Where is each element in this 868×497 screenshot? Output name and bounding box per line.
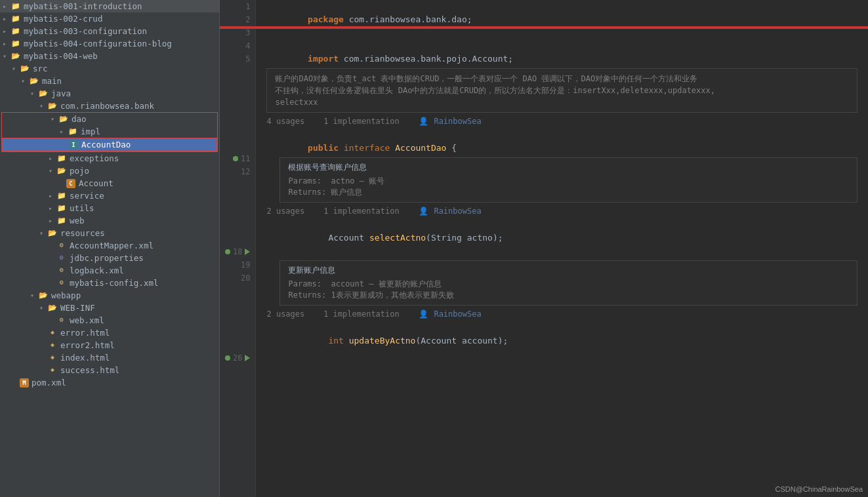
method1-doc-title: 根据账号查询账户信息 bbox=[288, 162, 849, 173]
html-icon bbox=[47, 341, 58, 350]
sidebar-item-service[interactable]: service bbox=[0, 189, 219, 202]
sidebar-item-success-html[interactable]: success.html bbox=[0, 364, 219, 376]
sidebar-item-accountdao[interactable]: I AccountDao bbox=[2, 138, 217, 151]
sidebar-item-label: WEB-INF bbox=[60, 303, 95, 313]
code-line-20 bbox=[266, 245, 858, 258]
folder-icon bbox=[56, 204, 67, 213]
sidebar-item-label: jdbc.properties bbox=[70, 253, 144, 263]
tree-arrow bbox=[49, 192, 56, 199]
line-3: 3 bbox=[225, 26, 250, 39]
sidebar-item-utils[interactable]: utils bbox=[0, 202, 219, 214]
sidebar-item-label: dao bbox=[72, 114, 87, 124]
sidebar-item-label: success.html bbox=[60, 365, 119, 375]
code-line-11: public interface AccountDao { bbox=[266, 129, 858, 142]
sidebar-item-exceptions[interactable]: exceptions bbox=[0, 152, 219, 165]
sidebar-item-resources[interactable]: resources bbox=[0, 227, 219, 239]
code-line-3 bbox=[266, 26, 858, 39]
method1-doc-returns: Returns: 账户信息 bbox=[288, 187, 849, 198]
sidebar-item-mybatis-003[interactable]: mybatis-003-configuration bbox=[0, 25, 219, 37]
sidebar-item-label: impl bbox=[81, 127, 100, 136]
interface-icon: I bbox=[68, 140, 79, 149]
xml-icon bbox=[56, 316, 67, 325]
usages-count-3: 2 usages 1 implementation bbox=[266, 307, 413, 321]
sidebar-item-java[interactable]: java bbox=[0, 87, 219, 100]
sidebar-item-webapp[interactable]: webapp bbox=[0, 289, 219, 302]
tree-arrow bbox=[12, 65, 20, 72]
folder-open-icon bbox=[38, 89, 49, 98]
sidebar-item-web-inf[interactable]: WEB-INF bbox=[0, 302, 219, 314]
sidebar-item-mybatis-002[interactable]: mybatis-002-crud bbox=[0, 12, 219, 25]
tree-arrow bbox=[30, 90, 38, 97]
sidebar-item-label: web bbox=[70, 216, 85, 226]
folder-open-icon bbox=[58, 115, 69, 124]
sidebar-item-src[interactable]: src bbox=[0, 62, 219, 75]
sidebar-item-mybatis-001[interactable]: mybatis-001-introduction bbox=[0, 0, 219, 12]
sidebar-item-web[interactable]: web bbox=[0, 214, 219, 227]
sidebar-item-pom-xml[interactable]: M pom.xml bbox=[0, 376, 219, 389]
sidebar-item-label: resources bbox=[60, 228, 105, 238]
method1-doc-params: Params: actno – 账号 bbox=[288, 176, 849, 187]
sidebar-item-web-xml[interactable]: web.xml bbox=[0, 314, 219, 327]
code-line-26: int updateByActno(Account account); bbox=[266, 321, 858, 334]
watermark: CSDN@ChinaRainbowSea bbox=[775, 485, 863, 493]
code-text[interactable]: package com.rianbowsea.bank.dao; import … bbox=[256, 0, 868, 497]
sidebar-item-label: java bbox=[51, 89, 71, 98]
properties-icon bbox=[56, 254, 67, 263]
file-tree[interactable]: mybatis-001-introduction mybatis-002-cru… bbox=[0, 0, 220, 497]
folder-open-icon bbox=[47, 304, 58, 313]
sidebar-item-label: mybatis-001-introduction bbox=[24, 1, 142, 11]
sidebar-item-error2-html[interactable]: error2.html bbox=[0, 339, 219, 351]
sidebar-item-label: AccountMapper.xml bbox=[70, 241, 154, 250]
user-icon-3: 👤 bbox=[419, 307, 428, 321]
sidebar-item-label: mybatis-004-web bbox=[24, 51, 98, 61]
tree-arrow bbox=[21, 77, 29, 85]
sidebar-item-accountmapper-xml[interactable]: AccountMapper.xml bbox=[0, 239, 219, 252]
tree-arrow bbox=[51, 115, 58, 123]
sidebar-item-label: Account bbox=[79, 178, 114, 188]
usages-count-2: 2 usages 1 implementation bbox=[266, 204, 413, 218]
tree-arrow bbox=[49, 155, 56, 162]
sidebar-item-dao[interactable]: dao bbox=[2, 113, 217, 125]
line-20: 20 bbox=[225, 271, 250, 285]
tree-arrow bbox=[60, 128, 68, 135]
sidebar-item-mybatis-004-web[interactable]: mybatis-004-web bbox=[0, 50, 219, 62]
folder-icon bbox=[10, 39, 21, 49]
usages-line-1: 4 usages 1 implementation 👤 RainbowSea bbox=[266, 114, 858, 129]
sidebar-item-label: error2.html bbox=[60, 340, 115, 350]
tree-arrow bbox=[3, 15, 10, 22]
sidebar-item-main[interactable]: main bbox=[0, 75, 219, 87]
sidebar-item-jdbc-properties[interactable]: jdbc.properties bbox=[0, 252, 219, 264]
folder-open-icon bbox=[10, 52, 21, 61]
tree-arrow bbox=[3, 40, 10, 47]
sidebar-item-label: utils bbox=[70, 203, 94, 213]
sidebar-item-pojo[interactable]: pojo bbox=[0, 165, 219, 177]
xml-icon bbox=[56, 279, 67, 288]
sidebar-item-logback-xml[interactable]: logback.xml bbox=[0, 264, 219, 277]
sidebar-item-com-rianbowsea-bank[interactable]: com.rianbowsea.bank bbox=[0, 100, 219, 112]
folder-icon bbox=[56, 191, 67, 201]
sidebar-item-mybatis-config-xml[interactable]: mybatis-config.xml bbox=[0, 277, 219, 289]
sidebar-item-label: mybatis-config.xml bbox=[70, 278, 158, 288]
usages-line-2: 2 usages 1 implementation 👤 RainbowSea bbox=[266, 204, 858, 218]
line-26: 26 bbox=[225, 351, 250, 365]
breakpoint bbox=[225, 355, 230, 361]
sidebar-item-impl[interactable]: impl bbox=[2, 125, 217, 138]
tree-arrow bbox=[49, 217, 56, 224]
sidebar-item-mybatis-004-blog[interactable]: mybatis-004-configuration-blog bbox=[0, 37, 219, 50]
class-doc-block: 账户的DAO对象，负责t_act 表中数据的CRUD，一般一个表对应一个 DAO… bbox=[266, 68, 858, 113]
html-icon bbox=[47, 366, 58, 375]
author-2: RainbowSea bbox=[434, 204, 481, 218]
code-editor[interactable]: 1 2 3 4 5 11 12 18 19 20 bbox=[220, 0, 868, 497]
line-2: 2 bbox=[225, 13, 250, 26]
editor-content: 1 2 3 4 5 11 12 18 19 20 bbox=[220, 0, 868, 497]
folder-open-icon bbox=[38, 291, 49, 300]
xml-icon bbox=[56, 266, 67, 275]
sidebar-item-index-html[interactable]: index.html bbox=[0, 351, 219, 364]
line-18: 18 bbox=[225, 245, 250, 258]
line-12: 12 bbox=[225, 165, 250, 178]
sidebar-item-account[interactable]: C Account bbox=[0, 177, 219, 189]
line-5: 5 bbox=[225, 52, 250, 66]
sidebar-item-error-html[interactable]: error.html bbox=[0, 327, 219, 339]
folder-open-icon bbox=[47, 102, 58, 111]
usages-count: 4 usages 1 implementation bbox=[266, 114, 413, 129]
